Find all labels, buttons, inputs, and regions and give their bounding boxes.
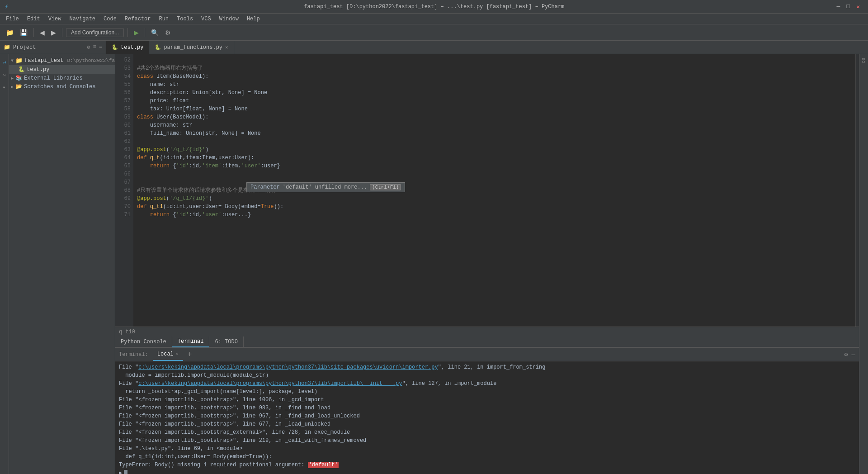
close-terminal-tab[interactable]: ✕ [176,351,179,357]
tree-label-fastapi: fastapi_test [24,57,63,64]
favorites-icon[interactable]: ★ [0,83,9,92]
breadcrumb-bar: q_t10 [115,327,859,337]
project-tab-actions: ⚙ ≡ ⋯ [87,44,102,51]
settings-icon[interactable]: ⚙ [87,44,90,51]
ext-lib-icon: 📚 [15,75,22,81]
save-button[interactable]: 💾 [18,28,30,38]
menu-vcs[interactable]: VCS [198,15,215,23]
term-line-3: File "c:\users\keking\appdata\local\prog… [119,379,855,388]
code-editor[interactable]: 52 53 54 55 56 57 58 59 60 61 62 63 64 6… [115,54,859,337]
menu-window[interactable]: Window [216,15,242,23]
titlebar-icon: ⚡ [5,3,32,10]
tree-path-fastapi: D:\python2022\fastapi_test [67,58,115,63]
term-line-12: def q_t1(id:int,user:User= Body(embed=Tr… [119,453,855,461]
terminal-section: Terminal: Local ✕ + ⚙ — File "c:\users\k… [115,347,859,474]
term-line-10: File "<frozen importlib._bootstrap>", li… [119,436,855,445]
file-tabs-container: 🐍 test.py 🐍 param_functions.py ✕ [106,41,234,54]
term-cursor-line[interactable]: ▶ [119,469,855,474]
tooltip-label: Parameter [250,184,280,190]
right-activity-bar: DB [859,54,868,474]
tree-label-test: test.py [27,66,49,73]
project-tab-label[interactable]: 📁 Project ⚙ ≡ ⋯ [0,41,106,54]
term-line-11: File ".\test.py", line 69, in <module> [119,445,855,453]
terminal-tabs-bar: Terminal: Local ✕ + ⚙ — [115,348,859,361]
expand-icon[interactable]: ≡ [93,44,96,51]
term-line-9: File "<frozen importlib._bootstrap_exter… [119,428,855,436]
expand-arrow-ext: ▶ [11,76,14,81]
minimize-button[interactable]: — [837,3,840,10]
menu-edit[interactable]: Edit [24,15,44,23]
code-scroll-area[interactable]: 52 53 54 55 56 57 58 59 60 61 62 63 64 6… [115,54,859,327]
tree-item-fastapi-test[interactable]: ▼ 📁 fastapi_test D:\python2022\fastapi_t… [9,56,115,65]
terminal-output: File "c:\users\keking\appdata\local\prog… [115,361,859,474]
terminal-tab-name: Local [157,351,174,357]
menu-navigate[interactable]: Navigate [66,15,99,23]
expand-arrow: ▼ [11,58,14,63]
menu-help[interactable]: Help [243,15,264,23]
tooltip-shortcut: (Ctrl+F1) [370,184,401,190]
database-icon[interactable]: DB [859,56,868,65]
term-line-5: File "<frozen importlib._bootstrap>", li… [119,396,855,404]
title-bar: ⚡ fastapi_test [D:\python2022\fastapi_te… [0,0,868,14]
project-label: Project [13,44,36,51]
more-icon[interactable]: ⋯ [99,44,102,51]
menu-code[interactable]: Code [100,15,120,23]
forward-button[interactable]: ▶ [49,28,58,38]
open-button[interactable]: 📁 [4,28,16,38]
close-tab-icon[interactable]: ✕ [225,44,228,50]
tab-todo[interactable]: 6: TODO [209,337,243,347]
left-activity-bar: 1 2 ★ [0,54,9,474]
py-icon: 🐍 [112,44,118,50]
main-outer: 1 2 ★ ▼ 📁 fastapi_test D:\python2022\fas… [0,54,868,474]
terminal-minimize[interactable]: — [852,351,855,358]
menu-refactor[interactable]: Refactor [121,15,155,23]
toolbar: 📁 💾 ◀ ▶ Add Configuration... ▶ 🔍 ⚙ [0,24,868,41]
folder-icon: 📁 [15,57,23,64]
add-terminal-tab[interactable]: + [185,351,195,359]
menu-tools[interactable]: Tools [173,15,197,23]
tab-python-console[interactable]: Python Console [115,337,172,347]
term-line-6: File "<frozen importlib._bootstrap>", li… [119,404,855,412]
term-line-2: module = importlib.import_module(module_… [119,371,855,379]
menu-run[interactable]: Run [155,15,172,23]
project-header-bar: 📁 Project ⚙ ≡ ⋯ 🐍 test.py 🐍 param_functi… [0,41,868,54]
terminal-gear[interactable]: ⚙ [844,351,848,358]
file-icon: 🐍 [18,66,25,73]
close-button[interactable]: ✕ [856,3,860,10]
structure-icon[interactable]: 2 [0,71,9,80]
expand-arrow-scratch: ▶ [11,84,14,90]
tree-item-scratches[interactable]: ▶ 📂 Scratches and Consoles [9,82,115,91]
project-folder-icon: 📁 [4,44,10,51]
tree-item-external-libs[interactable]: ▶ 📚 External Libraries [9,74,115,82]
back-button[interactable]: ◀ [38,28,47,38]
toolbar-separator-3 [127,28,128,37]
code-content[interactable]: #共2个装饰器用右方括号了 class Item(BaseModel): nam… [133,54,855,327]
run-button[interactable]: ▶ [132,28,141,38]
toolbar-separator-2 [62,28,62,37]
term-line-8: File "<frozen importlib._bootstrap>", li… [119,420,855,428]
sidebar: ▼ 📁 fastapi_test D:\python2022\fastapi_t… [9,54,115,474]
py-icon-2: 🐍 [155,44,161,50]
tab-terminal[interactable]: Terminal [172,337,210,347]
bottom-tool-tabs: Python Console Terminal 6: TODO [115,337,859,347]
menu-file[interactable]: File [2,15,23,23]
project-icon[interactable]: 1 [0,58,9,67]
tooltip-text: 'default' unfilled more... [283,184,367,190]
settings-button[interactable]: ⚙ [163,28,173,38]
titlebar-controls: — □ ✕ [837,3,863,10]
toolbar-separator [33,28,34,37]
terminal-local-tab[interactable]: Local ✕ [153,348,183,361]
menu-bar: File Edit View Navigate Code Refactor Ru… [0,14,868,24]
titlebar-title: fastapi_test [D:\python2022\fastapi_test… [32,4,837,10]
file-tab-test[interactable]: 🐍 test.py [106,41,149,54]
add-configuration-button[interactable]: Add Configuration... [66,28,124,37]
search-everywhere-button[interactable]: 🔍 [149,28,161,38]
line-numbers: 52 53 54 55 56 57 58 59 60 61 62 63 64 6… [115,54,133,327]
term-line-7: File "<frozen importlib._bootstrap>", li… [119,412,855,420]
file-tab-param[interactable]: 🐍 param_functions.py ✕ [149,41,234,54]
tree-item-test-py[interactable]: 🐍 test.py [9,65,115,74]
maximize-button[interactable]: □ [846,3,850,10]
menu-view[interactable]: View [45,15,65,23]
term-line-error: TypeError: Body() missing 1 required pos… [119,461,855,469]
editor-terminal-column: 52 53 54 55 56 57 58 59 60 61 62 63 64 6… [115,54,859,474]
